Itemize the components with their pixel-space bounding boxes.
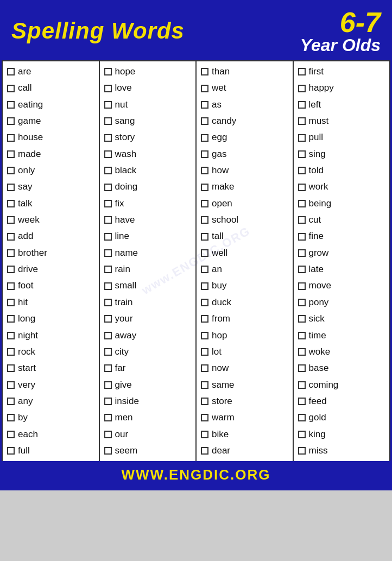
list-item[interactable]: left (294, 97, 390, 113)
checkbox-icon[interactable] (7, 282, 15, 290)
list-item[interactable]: open (197, 196, 293, 212)
list-item[interactable]: each (3, 426, 99, 443)
checkbox-icon[interactable] (201, 101, 208, 109)
list-item[interactable]: game (3, 113, 99, 129)
list-item[interactable]: woke (294, 344, 390, 360)
checkbox-icon[interactable] (7, 249, 15, 257)
list-item[interactable]: coming (294, 377, 390, 393)
list-item[interactable]: very (3, 377, 99, 393)
list-item[interactable]: add (3, 228, 99, 244)
checkbox-icon[interactable] (7, 134, 15, 142)
checkbox-icon[interactable] (298, 414, 306, 421)
list-item[interactable]: store (197, 393, 293, 409)
checkbox-icon[interactable] (104, 233, 112, 241)
list-item[interactable]: pull (294, 129, 390, 146)
list-item[interactable]: lot (197, 344, 293, 360)
list-item[interactable]: your (100, 311, 196, 327)
checkbox-icon[interactable] (201, 150, 208, 158)
list-item[interactable]: hit (3, 294, 99, 311)
checkbox-icon[interactable] (104, 348, 112, 356)
checkbox-icon[interactable] (7, 364, 15, 372)
list-item[interactable]: full (3, 443, 99, 459)
checkbox-icon[interactable] (104, 315, 112, 323)
list-item[interactable]: house (3, 129, 99, 146)
checkbox-icon[interactable] (7, 332, 15, 339)
list-item[interactable]: name (100, 245, 196, 261)
checkbox-icon[interactable] (201, 299, 208, 306)
checkbox-icon[interactable] (104, 68, 112, 75)
checkbox-icon[interactable] (201, 398, 208, 405)
checkbox-icon[interactable] (298, 216, 306, 224)
list-item[interactable]: train (100, 294, 196, 311)
checkbox-icon[interactable] (7, 431, 15, 438)
checkbox-icon[interactable] (298, 398, 306, 405)
list-item[interactable]: buy (197, 278, 293, 294)
list-item[interactable]: sick (294, 311, 390, 327)
checkbox-icon[interactable] (201, 85, 208, 92)
checkbox-icon[interactable] (104, 134, 112, 142)
list-item[interactable]: warm (197, 409, 293, 426)
list-item[interactable]: school (197, 212, 293, 228)
checkbox-icon[interactable] (104, 249, 112, 257)
checkbox-icon[interactable] (104, 101, 112, 109)
list-item[interactable]: duck (197, 294, 293, 311)
checkbox-icon[interactable] (201, 68, 208, 75)
list-item[interactable]: talk (3, 196, 99, 212)
checkbox-icon[interactable] (104, 167, 112, 174)
checkbox-icon[interactable] (104, 414, 112, 421)
list-item[interactable]: base (294, 360, 390, 376)
list-item[interactable]: foot (3, 278, 99, 294)
list-item[interactable]: feed (294, 393, 390, 409)
list-item[interactable]: fine (294, 228, 390, 244)
list-item[interactable]: our (100, 426, 196, 443)
list-item[interactable]: inside (100, 393, 196, 409)
list-item[interactable]: than (197, 64, 293, 80)
list-item[interactable]: wash (100, 146, 196, 162)
checkbox-icon[interactable] (201, 414, 208, 421)
list-item[interactable]: cut (294, 212, 390, 228)
checkbox-icon[interactable] (201, 167, 208, 174)
checkbox-icon[interactable] (104, 85, 112, 92)
checkbox-icon[interactable] (104, 447, 112, 455)
list-item[interactable]: as (197, 97, 293, 113)
list-item[interactable]: small (100, 278, 196, 294)
list-item[interactable]: gold (294, 409, 390, 426)
checkbox-icon[interactable] (298, 101, 306, 109)
list-item[interactable]: king (294, 426, 390, 443)
list-item[interactable]: bike (197, 426, 293, 443)
list-item[interactable]: miss (294, 443, 390, 459)
list-item[interactable]: told (294, 162, 390, 179)
checkbox-icon[interactable] (104, 381, 112, 389)
list-item[interactable]: from (197, 311, 293, 327)
checkbox-icon[interactable] (298, 184, 306, 191)
list-item[interactable]: say (3, 179, 99, 195)
list-item[interactable]: brother (3, 245, 99, 261)
list-item[interactable]: sing (294, 146, 390, 162)
checkbox-icon[interactable] (7, 299, 15, 306)
checkbox-icon[interactable] (298, 200, 306, 207)
checkbox-icon[interactable] (104, 364, 112, 372)
list-item[interactable]: being (294, 196, 390, 212)
checkbox-icon[interactable] (7, 101, 15, 109)
list-item[interactable]: black (100, 162, 196, 179)
list-item[interactable]: grow (294, 245, 390, 261)
list-item[interactable]: egg (197, 129, 293, 146)
list-item[interactable]: give (100, 377, 196, 393)
list-item[interactable]: only (3, 162, 99, 179)
list-item[interactable]: eating (3, 97, 99, 113)
list-item[interactable]: are (3, 64, 99, 80)
list-item[interactable]: how (197, 162, 293, 179)
list-item[interactable]: doing (100, 179, 196, 195)
list-item[interactable]: must (294, 113, 390, 129)
list-item[interactable]: story (100, 129, 196, 146)
checkbox-icon[interactable] (201, 282, 208, 290)
list-item[interactable]: long (3, 311, 99, 327)
checkbox-icon[interactable] (7, 348, 15, 356)
list-item[interactable]: city (100, 344, 196, 360)
checkbox-icon[interactable] (7, 200, 15, 207)
checkbox-icon[interactable] (104, 431, 112, 438)
checkbox-icon[interactable] (104, 216, 112, 224)
checkbox-icon[interactable] (201, 431, 208, 438)
checkbox-icon[interactable] (298, 348, 306, 356)
checkbox-icon[interactable] (104, 266, 112, 273)
